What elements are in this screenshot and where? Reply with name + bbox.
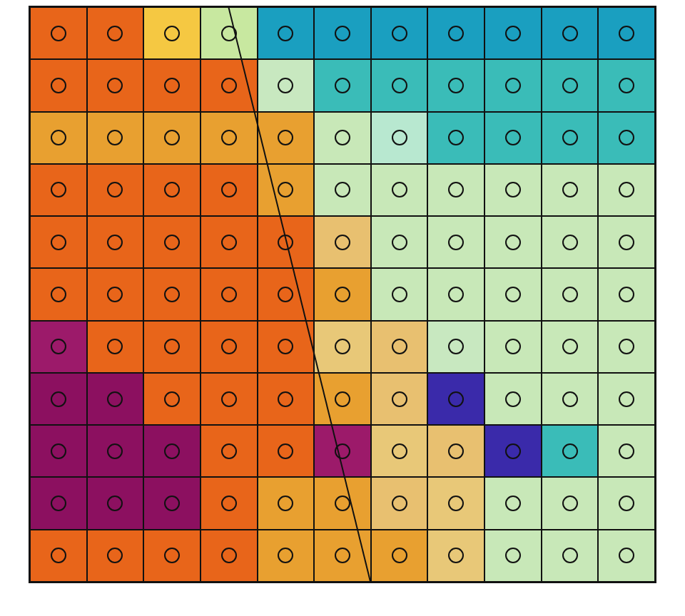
- cell-0-1: [87, 7, 144, 59]
- cell-circle: [562, 26, 578, 41]
- cell-circle: [619, 78, 634, 93]
- cell-circle: [164, 130, 180, 145]
- cell-circle: [164, 339, 180, 354]
- cell-6-10: [598, 321, 655, 373]
- cell-circle: [392, 235, 407, 250]
- cell-circle: [278, 182, 293, 197]
- cell-5-0: [30, 268, 87, 320]
- cell-6-9: [542, 321, 599, 373]
- cell-circle: [278, 287, 293, 302]
- cell-0-7: [427, 7, 484, 59]
- cell-circle: [107, 26, 123, 41]
- cell-5-6: [371, 268, 428, 320]
- cell-circle: [335, 78, 350, 93]
- cell-2-10: [598, 112, 655, 164]
- cell-circle: [107, 496, 123, 511]
- cell-circle: [164, 182, 180, 197]
- cell-circle: [392, 548, 407, 563]
- cell-circle: [335, 443, 350, 459]
- cell-7-3: [201, 373, 258, 425]
- cell-7-5: [314, 373, 371, 425]
- cell-7-6: [371, 373, 428, 425]
- cell-circle: [51, 182, 66, 197]
- cell-0-6: [371, 7, 428, 59]
- cell-circle: [51, 391, 66, 407]
- cell-10-7: [427, 530, 484, 582]
- cell-circle: [221, 235, 237, 250]
- cell-circle: [107, 235, 123, 250]
- cell-circle: [505, 78, 521, 93]
- cell-2-3: [201, 112, 258, 164]
- cell-6-0: [30, 321, 87, 373]
- cell-circle: [107, 78, 123, 93]
- cell-7-8: [484, 373, 542, 425]
- cell-0-9: [542, 7, 599, 59]
- cell-circle: [107, 287, 123, 302]
- cell-10-9: [542, 530, 599, 582]
- cell-10-10: [598, 530, 655, 582]
- cell-9-7: [427, 477, 484, 529]
- cell-circle: [51, 130, 66, 145]
- cell-circle: [392, 391, 407, 407]
- cell-3-3: [201, 164, 258, 216]
- cell-6-5: [314, 321, 371, 373]
- cell-8-2: [143, 425, 201, 477]
- cell-circle: [221, 182, 237, 197]
- cell-circle: [505, 287, 521, 302]
- cell-circle: [221, 391, 237, 407]
- cell-circle: [278, 26, 293, 41]
- cell-8-4: [258, 425, 315, 477]
- cell-circle: [562, 287, 578, 302]
- cell-circle: [562, 496, 578, 511]
- cell-4-6: [371, 216, 428, 268]
- cell-circle: [51, 339, 66, 354]
- cell-0-5: [314, 7, 371, 59]
- cell-circle: [107, 339, 123, 354]
- cell-circle: [448, 78, 464, 93]
- cell-2-0: [30, 112, 87, 164]
- cell-circle: [51, 26, 66, 41]
- cell-circle: [505, 235, 521, 250]
- cell-circle: [278, 496, 293, 511]
- cell-8-3: [201, 425, 258, 477]
- cell-circle: [448, 548, 464, 563]
- cell-7-4: [258, 373, 315, 425]
- cell-1-5: [314, 59, 371, 111]
- cell-1-3: [201, 59, 258, 111]
- cell-circle: [278, 391, 293, 407]
- cell-7-0: [30, 373, 87, 425]
- cell-circle: [448, 496, 464, 511]
- cell-8-0: [30, 425, 87, 477]
- cell-3-7: [427, 164, 484, 216]
- cell-9-0: [30, 477, 87, 529]
- cell-circle: [51, 548, 66, 563]
- cell-circle: [619, 339, 634, 354]
- cell-circle: [392, 130, 407, 145]
- cell-1-10: [598, 59, 655, 111]
- cell-5-4: [258, 268, 315, 320]
- cell-circle: [448, 443, 464, 459]
- cell-7-10: [598, 373, 655, 425]
- cell-circle: [619, 130, 634, 145]
- cell-3-9: [542, 164, 599, 216]
- cell-9-4: [258, 477, 315, 529]
- cell-3-4: [258, 164, 315, 216]
- cell-2-5: [314, 112, 371, 164]
- cell-4-9: [542, 216, 599, 268]
- cell-7-7: [427, 373, 484, 425]
- cell-4-7: [427, 216, 484, 268]
- cell-circle: [107, 443, 123, 459]
- cell-circle: [164, 548, 180, 563]
- cell-7-2: [143, 373, 201, 425]
- cell-1-1: [87, 59, 144, 111]
- cell-6-6: [371, 321, 428, 373]
- cell-8-1: [87, 425, 144, 477]
- cell-circle: [51, 235, 66, 250]
- cell-circle: [619, 391, 634, 407]
- cell-circle: [221, 548, 237, 563]
- cell-2-2: [143, 112, 201, 164]
- cell-circle: [335, 130, 350, 145]
- cell-circle: [392, 182, 407, 197]
- cell-circle: [392, 26, 407, 41]
- cell-circle: [619, 26, 634, 41]
